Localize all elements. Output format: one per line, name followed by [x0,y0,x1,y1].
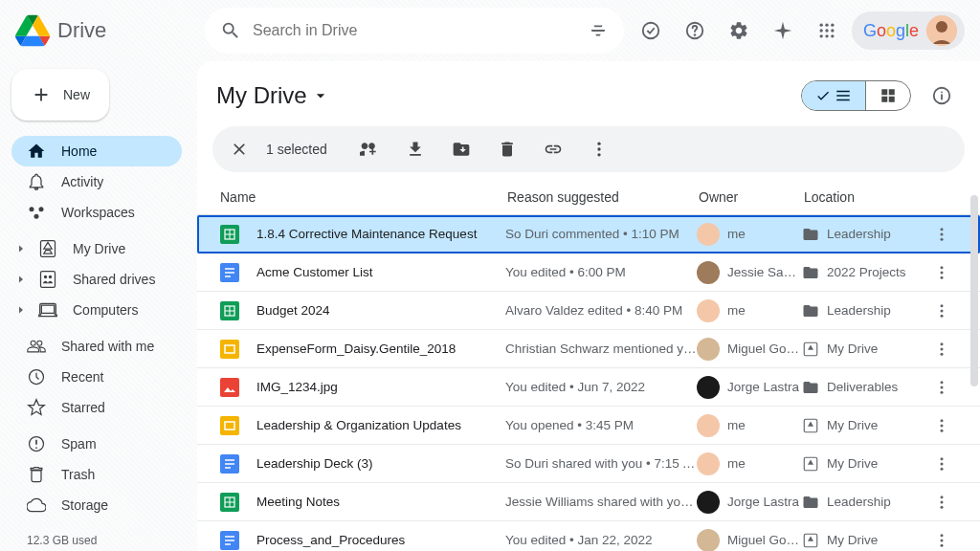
file-row[interactable]: ExpenseForm_Daisy.Gentile_2018Christian … [197,330,980,368]
nav-my-drive[interactable]: My Drive [11,233,182,264]
file-reason: Christian Schwarz mentioned you • ... [505,342,697,356]
new-button[interactable]: New [11,69,109,121]
col-owner[interactable]: Owner [699,189,804,205]
search-options-icon[interactable] [588,20,609,41]
grid-view-button[interactable] [865,81,910,110]
svg-point-28 [597,153,600,156]
file-row[interactable]: Acme Customer ListYou edited • 6:00 PMJe… [197,253,980,292]
file-row[interactable]: IMG_1234.jpgYou edited • Jun 7, 2022Jorg… [197,368,980,407]
file-row[interactable]: Leadership Deck (3)So Duri shared with y… [197,445,980,483]
header-actions: Google [632,11,965,50]
file-reason: You edited • Jun 7, 2022 [505,380,697,394]
user-avatar[interactable] [926,15,957,46]
svg-point-42 [941,276,944,278]
row-more-button[interactable] [926,264,957,281]
file-reason: Alvaro Valdez edited • 8:40 PM [505,303,697,318]
svg-point-14 [30,207,34,211]
nav-home[interactable]: Home [11,136,182,166]
folder-icon [802,264,819,281]
drive-logo-icon [15,13,50,48]
file-location[interactable]: Leadership [802,226,926,243]
folder-title[interactable]: My Drive [216,82,330,109]
file-row[interactable]: Meeting NotesJessie Williams shared with… [197,483,980,521]
svg-point-2 [694,34,695,35]
file-name: IMG_1234.jpg [256,380,505,394]
apps-icon[interactable] [808,11,846,50]
row-more-button[interactable] [926,379,957,396]
svg-point-53 [941,347,944,350]
svg-point-3 [819,24,822,27]
row-more-button[interactable] [926,341,957,358]
search-input[interactable] [253,22,576,39]
svg-point-9 [819,34,822,37]
nav-activity[interactable]: Activity [11,166,182,197]
selection-count: 1 selected [266,142,327,157]
file-owner: Jorge Lastra [697,376,802,399]
nav-storage[interactable]: Storage [11,490,182,520]
sheets-file-icon [220,225,239,244]
share-button[interactable] [350,130,389,168]
file-row[interactable]: Budget 2024Alvaro Valdez edited • 8:40 P… [197,292,980,330]
file-location[interactable]: Leadership [802,302,926,320]
logo[interactable]: Drive [15,13,197,48]
download-button[interactable] [396,130,434,168]
nav-starred[interactable]: Starred [11,392,182,423]
file-reason: You edited • 6:00 PM [505,265,697,279]
file-row[interactable]: Process_and_ProceduresYou edited • Jan 2… [197,521,980,551]
file-row[interactable]: 1.8.4 Corrective Maintenance RequestSo D… [197,215,980,253]
move-button[interactable] [442,130,480,168]
nav-workspaces[interactable]: Workspaces [11,197,182,228]
col-location[interactable]: Location [804,189,926,205]
file-name: Acme Customer List [256,265,505,279]
nav-spam[interactable]: Spam [11,429,182,459]
chevron-right-icon [15,274,27,285]
file-reason: You opened • 3:45 PM [505,418,697,432]
account-chip[interactable]: Google [852,11,965,50]
file-location[interactable]: My Drive [802,455,926,473]
svg-point-76 [941,500,944,503]
get-link-button[interactable] [534,130,572,168]
file-owner: Miguel Gonza... [697,338,802,361]
scrollbar[interactable] [970,195,978,386]
list-view-button[interactable] [802,81,865,110]
file-location[interactable]: My Drive [802,417,926,434]
file-location[interactable]: Deliverables [802,379,926,396]
file-location[interactable]: My Drive [802,341,926,358]
row-more-button[interactable] [926,455,957,473]
svg-point-68 [941,457,944,460]
svg-point-77 [941,505,944,508]
row-more-button[interactable] [926,302,957,320]
folder-icon [802,226,819,243]
svg-point-70 [941,467,944,470]
nav-trash[interactable]: Trash [11,459,182,490]
file-owner: me [697,223,802,246]
row-more-button[interactable] [926,226,957,243]
row-more-button[interactable] [926,494,957,511]
sheets-file-icon [220,301,239,320]
info-button[interactable] [923,77,961,115]
file-location[interactable]: My Drive [802,532,926,549]
nav-computers[interactable]: Computers [11,295,182,325]
file-reason: So Duri shared with you • 7:15 AM [505,456,697,471]
ready-offline-icon[interactable] [632,11,670,50]
support-icon[interactable] [676,11,714,50]
file-row[interactable]: Leadership & Organization UpdatesYou ope… [197,407,980,445]
col-reason[interactable]: Reason suggested [507,189,699,205]
file-location[interactable]: Leadership [802,494,926,511]
nav-recent[interactable]: Recent [11,362,182,392]
nav-shared-with-me[interactable]: Shared with me [11,331,182,362]
settings-icon[interactable] [720,11,758,50]
row-more-button[interactable] [926,417,957,434]
delete-button[interactable] [488,130,526,168]
col-name[interactable]: Name [220,189,507,205]
gemini-icon[interactable] [764,11,802,50]
svg-point-18 [49,276,52,278]
nav-shared-drives[interactable]: Shared drives [11,264,182,295]
row-more-button[interactable] [926,532,957,549]
more-actions-button[interactable] [580,130,618,168]
svg-rect-50 [220,340,239,359]
search-bar[interactable] [205,8,624,54]
close-selection-button[interactable] [220,130,258,168]
chevron-right-icon [15,243,27,254]
file-location[interactable]: 2022 Projects [802,264,926,281]
